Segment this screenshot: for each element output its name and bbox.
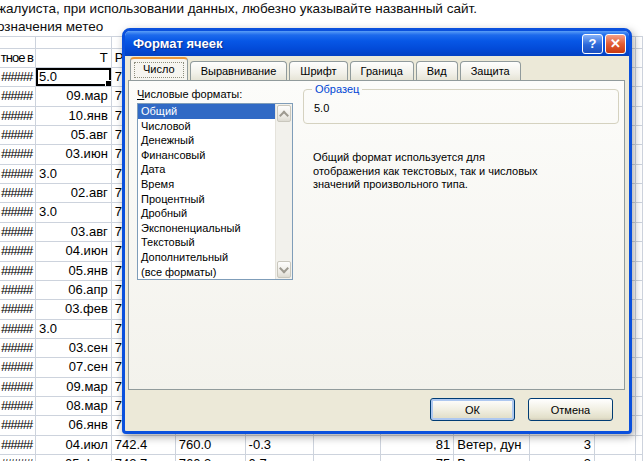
format-option[interactable]: Числовой (138, 119, 275, 134)
column-header[interactable]: тное в (0, 49, 36, 67)
sheet-cell[interactable]: ##### (0, 242, 36, 261)
sheet-cell[interactable] (636, 68, 643, 86)
scroll-up-icon[interactable] (277, 105, 291, 122)
sheet-cell[interactable] (314, 455, 382, 461)
sheet-cell[interactable]: 03.авг (36, 223, 112, 241)
cancel-button[interactable]: Отмена (528, 398, 613, 421)
sheet-cell[interactable]: Ветер, дун (454, 455, 530, 461)
sheet-cell[interactable]: 05.авг (36, 126, 112, 144)
tab-Защита[interactable]: Защита (460, 61, 521, 80)
format-option[interactable]: Денежный (138, 133, 275, 148)
tab-Вид[interactable]: Вид (416, 61, 458, 80)
sheet-cell[interactable] (636, 145, 643, 164)
sheet-cell[interactable]: 3.0 (36, 203, 112, 222)
sheet-cell[interactable]: 760.3 (176, 455, 246, 461)
sheet-cell[interactable]: 742.7 (112, 455, 176, 461)
sheet-cell[interactable]: ##### (0, 126, 36, 144)
sheet-cell[interactable]: 10.янв (36, 107, 112, 125)
sheet-cell[interactable]: ##### (0, 339, 36, 357)
sheet-cell[interactable]: 04.июл (36, 436, 112, 454)
sheet-cell[interactable]: 742.4 (112, 436, 176, 454)
close-icon[interactable]: ✕ (605, 34, 626, 54)
sheet-cell[interactable]: 09.мар (36, 378, 112, 396)
format-option[interactable]: Процентный (138, 192, 275, 207)
sheet-cell[interactable]: 03.фев (36, 300, 112, 319)
sheet-cell[interactable]: 04.июн (36, 242, 112, 261)
sheet-cell[interactable]: ##### (0, 184, 36, 202)
sheet-cell[interactable]: 3 (530, 436, 595, 454)
format-option[interactable]: Общий (138, 104, 275, 119)
sheet-cell[interactable]: ##### (0, 320, 36, 338)
format-option[interactable]: Дробный (138, 206, 275, 221)
ok-button[interactable]: ОК (430, 398, 515, 421)
tab-Шрифт[interactable]: Шрифт (289, 61, 347, 80)
sheet-cell[interactable] (636, 223, 643, 241)
sheet-cell[interactable] (636, 262, 643, 280)
sheet-cell[interactable] (636, 242, 643, 261)
sheet-cell[interactable]: ##### (0, 223, 36, 241)
sheet-cell[interactable]: ##### (0, 87, 36, 106)
sheet-cell[interactable] (595, 455, 636, 461)
sheet-cell[interactable]: 5.0 (36, 68, 112, 86)
sheet-cell[interactable]: ##### (0, 145, 36, 164)
sheet-cell[interactable] (636, 184, 643, 202)
sheet-cell[interactable] (636, 320, 643, 338)
sheet-cell[interactable]: 3.0 (36, 165, 112, 183)
tab-Число[interactable]: Число (130, 57, 188, 80)
sheet-cell[interactable]: ##### (0, 455, 36, 461)
sheet-cell[interactable]: ##### (0, 416, 36, 435)
sheet-cell[interactable]: 03.июн (36, 145, 112, 164)
sheet-cell[interactable]: ##### (0, 378, 36, 396)
format-option[interactable]: Финансовый (138, 148, 275, 163)
sheet-cell[interactable]: 07.сен (36, 358, 112, 377)
tab-Выравнивание[interactable]: Выравнивание (190, 61, 288, 80)
sheet-cell[interactable]: 05.фев (36, 455, 112, 461)
sheet-cell[interactable]: 02.авг (36, 184, 112, 202)
sheet-cell[interactable] (636, 416, 643, 435)
sheet-cell[interactable]: ##### (0, 300, 36, 319)
sheet-cell[interactable] (636, 281, 643, 299)
sheet-cell[interactable]: ##### (0, 358, 36, 377)
sheet-cell[interactable]: ##### (0, 107, 36, 125)
sheet-cell[interactable]: 81 (381, 436, 454, 454)
sheet-cell[interactable]: 06.апр (36, 281, 112, 299)
sheet-cell[interactable]: ##### (0, 436, 36, 454)
listbox-scrollbar[interactable] (275, 104, 292, 279)
format-option[interactable]: Текстовый (138, 235, 275, 250)
sheet-cell[interactable] (636, 87, 643, 106)
sheet-cell[interactable] (636, 126, 643, 144)
sheet-cell[interactable]: 09.мар (36, 87, 112, 106)
sheet-cell[interactable] (636, 107, 643, 125)
sheet-cell[interactable] (636, 378, 643, 396)
sheet-cell[interactable] (636, 300, 643, 319)
sheet-cell[interactable]: ##### (0, 281, 36, 299)
format-option[interactable]: Дата (138, 162, 275, 177)
sheet-cell[interactable] (636, 436, 643, 454)
sheet-cell[interactable]: ##### (0, 68, 36, 86)
column-header[interactable] (636, 49, 643, 67)
sheet-cell[interactable] (0, 37, 36, 48)
sheet-cell[interactable]: ##### (0, 165, 36, 183)
sheet-cell[interactable]: 3.0 (36, 320, 112, 338)
sheet-cell[interactable] (636, 165, 643, 183)
format-option[interactable]: (все форматы) (138, 265, 275, 279)
dialog-titlebar[interactable]: Формат ячеек ? ✕ (125, 31, 629, 56)
scroll-down-icon[interactable] (277, 261, 291, 278)
sheet-cell[interactable] (636, 37, 643, 48)
sheet-cell[interactable] (314, 436, 382, 454)
help-icon[interactable]: ? (582, 34, 603, 54)
sheet-cell[interactable]: 75 (381, 455, 454, 461)
sheet-cell[interactable]: 0.7 (246, 455, 314, 461)
sheet-cell[interactable] (595, 436, 636, 454)
format-option[interactable]: Время (138, 177, 275, 192)
sheet-cell[interactable] (636, 455, 643, 461)
sheet-cell[interactable]: Ветер, дун (454, 436, 530, 454)
sheet-cell[interactable] (636, 397, 643, 415)
sheet-cell[interactable]: 03.сен (36, 339, 112, 357)
sheet-cell[interactable]: 3 (530, 455, 595, 461)
format-option[interactable]: Дополнительный (138, 250, 275, 265)
sheet-cell[interactable]: ##### (0, 262, 36, 280)
tab-Граница[interactable]: Граница (350, 61, 414, 80)
sheet-cell[interactable]: ##### (0, 203, 36, 222)
sheet-cell[interactable]: 760.0 (176, 436, 246, 454)
